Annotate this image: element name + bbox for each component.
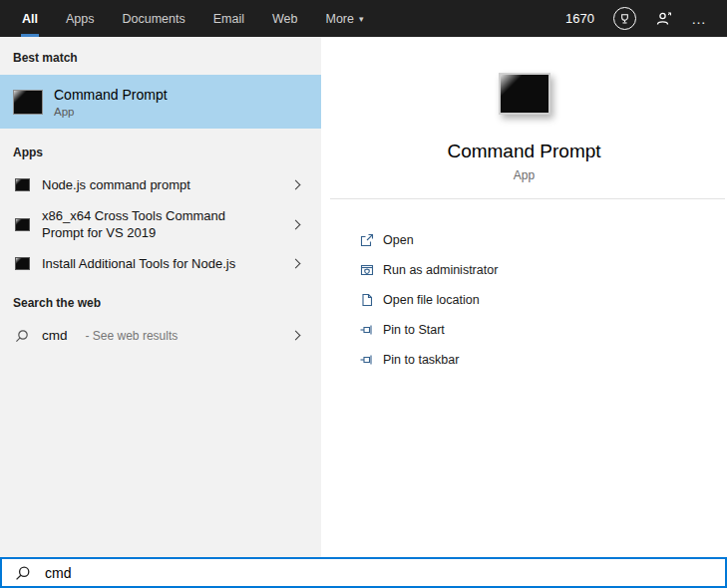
more-options-button[interactable]: … <box>691 14 707 24</box>
tab-more[interactable]: More ▾ <box>324 0 364 37</box>
app-window-icon <box>14 178 30 191</box>
best-match-title: Command Prompt <box>54 87 168 103</box>
chevron-right-icon[interactable] <box>291 180 301 190</box>
web-suffix: - See web results <box>86 329 280 343</box>
action-open-file-location[interactable]: Open file location <box>321 285 727 315</box>
list-item-nodejs-prompt[interactable]: Node.js command prompt <box>0 169 321 200</box>
command-prompt-icon <box>13 90 43 115</box>
chevron-right-icon[interactable] <box>291 219 301 229</box>
action-run-as-administrator[interactable]: Run as administrator <box>321 255 727 285</box>
list-item-install-node-tools[interactable]: Install Additional Tools for Node.js <box>0 248 321 279</box>
search-results-pane: Best match Command Prompt App Apps Node.… <box>0 37 321 557</box>
preview-title: Command Prompt <box>321 141 727 162</box>
app-window-icon <box>14 218 30 231</box>
search-the-web-header: Search the web <box>0 279 321 320</box>
action-pin-to-taskbar[interactable]: Pin to taskbar <box>321 345 727 375</box>
run-as-admin-icon <box>359 262 375 278</box>
tab-web[interactable]: Web <box>271 0 298 37</box>
chevron-right-icon[interactable] <box>291 331 301 341</box>
best-match-result[interactable]: Command Prompt App <box>0 75 321 129</box>
apps-header: Apps <box>0 129 321 169</box>
list-item-x86-cross-tools[interactable]: x86_x64 Cross Tools Command Prompt for V… <box>0 200 321 248</box>
search-input[interactable] <box>45 565 725 581</box>
app-preview: Command Prompt App <box>321 37 727 182</box>
feedback-icon[interactable] <box>655 11 672 27</box>
preview-subtitle: App <box>321 168 727 182</box>
context-actions: Open Run as administrator Open file loca… <box>321 225 727 375</box>
best-match-subtitle: App <box>54 106 168 118</box>
command-prompt-icon-large <box>499 73 550 115</box>
search-header-bar: All Apps Documents Email Web More ▾ 1670… <box>0 0 727 37</box>
search-icon <box>14 329 30 343</box>
open-icon <box>359 232 375 248</box>
file-location-icon <box>359 292 375 308</box>
header-actions: 1670 … <box>565 0 727 37</box>
preview-pane: Command Prompt App Open Ru <box>321 37 727 557</box>
pin-icon <box>359 352 375 368</box>
app-window-icon <box>14 257 30 270</box>
chevron-right-icon[interactable] <box>291 259 301 269</box>
tab-documents[interactable]: Documents <box>121 0 185 37</box>
best-match-header: Best match <box>0 37 321 75</box>
pin-icon <box>359 322 375 338</box>
action-open[interactable]: Open <box>321 225 727 255</box>
divider <box>330 198 725 199</box>
action-pin-to-start[interactable]: Pin to Start <box>321 315 727 345</box>
filter-tabs: All Apps Documents Email Web More ▾ <box>0 0 364 37</box>
tab-email[interactable]: Email <box>212 0 245 37</box>
rewards-icon[interactable] <box>613 7 636 30</box>
search-box[interactable] <box>0 557 727 588</box>
web-query: cmd <box>42 328 68 343</box>
web-search-result[interactable]: cmd - See web results <box>0 320 321 351</box>
search-icon <box>15 565 31 581</box>
best-match-text: Command Prompt App <box>54 87 168 118</box>
tab-apps[interactable]: Apps <box>65 0 96 37</box>
chevron-down-icon: ▾ <box>359 14 364 24</box>
rewards-points: 1670 <box>565 11 594 26</box>
tab-all[interactable]: All <box>21 0 39 37</box>
